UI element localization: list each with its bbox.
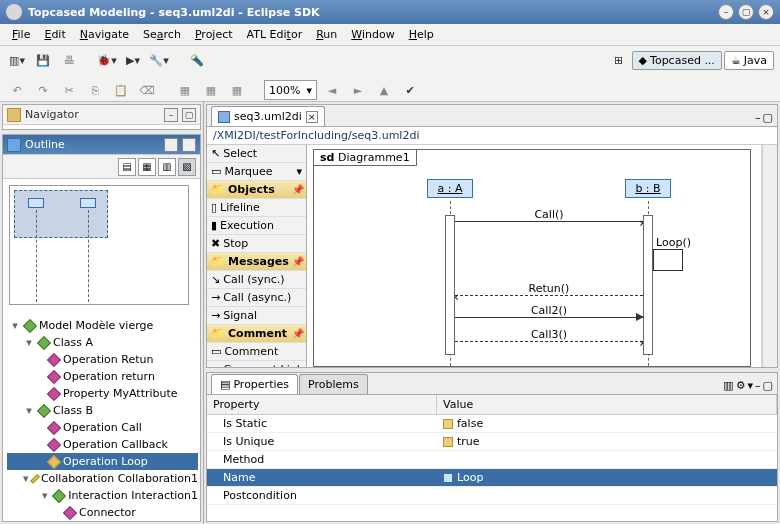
copy-button[interactable]: ⎘: [84, 79, 106, 101]
activation-a[interactable]: [445, 215, 455, 355]
tree-op-return[interactable]: Operation return: [7, 368, 198, 385]
outline-header[interactable]: Outline – ▢: [3, 135, 200, 155]
menu-navigate[interactable]: Navigate: [74, 26, 135, 43]
tree-prop-myattr[interactable]: Property MyAttribute: [7, 385, 198, 402]
perspective-java[interactable]: ☕ Java: [724, 51, 774, 70]
open-perspective-button[interactable]: ⊞: [608, 49, 630, 71]
breadcrumb[interactable]: /XMI2DI/testForIncluding/seq3.uml2di: [207, 127, 777, 145]
tree-op-callback[interactable]: Operation Callback: [7, 436, 198, 453]
outline-overview[interactable]: [3, 179, 200, 315]
debug-button[interactable]: 🐞▾: [96, 49, 118, 71]
palette-signal[interactable]: → Signal: [207, 307, 306, 325]
outline-mode-3[interactable]: ▥: [158, 158, 176, 176]
menu-search[interactable]: Search: [137, 26, 187, 43]
outline-mode-2[interactable]: ▦: [138, 158, 156, 176]
menu-window[interactable]: Window: [345, 26, 400, 43]
validate-button[interactable]: ✔: [399, 79, 421, 101]
align-right-button[interactable]: ▦: [226, 79, 248, 101]
ext-tools-button[interactable]: 🔧▾: [148, 49, 170, 71]
palette-callsync[interactable]: ↘ Call (sync.): [207, 271, 306, 289]
palette-lifeline[interactable]: ▯ Lifeline: [207, 199, 306, 217]
palette-objects-hdr[interactable]: 📁 Objects📌: [207, 181, 306, 199]
navigator-min-button[interactable]: –: [164, 108, 178, 122]
editor-vscrollbar[interactable]: [762, 145, 777, 367]
outline-max-button[interactable]: ▢: [182, 138, 196, 152]
outline-tree[interactable]: ▾Model Modèle vierge ▾Class A Operation …: [3, 315, 200, 521]
menu-help[interactable]: Help: [403, 26, 440, 43]
align-left-button[interactable]: ▦: [174, 79, 196, 101]
tab-problems[interactable]: Problems: [299, 374, 368, 394]
cut-button[interactable]: ✂: [58, 79, 80, 101]
tree-class-b[interactable]: ▾Class B: [7, 402, 198, 419]
msg-call2[interactable]: Call2(): [455, 317, 643, 318]
tree-op-call[interactable]: Operation Call: [7, 419, 198, 436]
menu-edit[interactable]: Edit: [38, 26, 71, 43]
msg-retun[interactable]: Retun()‹: [455, 295, 643, 296]
header-value[interactable]: Value: [437, 395, 777, 414]
delete-button[interactable]: ⌫: [136, 79, 158, 101]
palette-commentlink[interactable]: ↝ Comment Link: [207, 361, 306, 367]
minimize-button[interactable]: –: [718, 4, 734, 20]
palette-marquee[interactable]: ▭ Marquee▾: [207, 163, 306, 181]
msg-call3[interactable]: Call3()›: [455, 341, 643, 342]
zoom-dropdown[interactable]: 100%▾: [264, 80, 317, 100]
print-button[interactable]: 🖶: [58, 49, 80, 71]
align-center-button[interactable]: ▦: [200, 79, 222, 101]
tree-connector[interactable]: Connector: [7, 504, 198, 521]
menu-run[interactable]: Run: [310, 26, 343, 43]
palette-stop[interactable]: ✖ Stop: [207, 235, 306, 253]
lifeline-a[interactable]: a : A: [427, 179, 473, 198]
editor-tab-close[interactable]: ×: [306, 111, 318, 123]
navigator-max-button[interactable]: ▢: [182, 108, 196, 122]
tree-model[interactable]: ▾Model Modèle vierge: [7, 317, 198, 334]
palette-select[interactable]: ↖ Select: [207, 145, 306, 163]
tree-collaboration[interactable]: ▾Collaboration Collaboration1: [7, 470, 198, 487]
prop-btn-1[interactable]: ▥: [723, 379, 733, 392]
prop-min-button[interactable]: –: [755, 379, 761, 392]
outline-min-button[interactable]: –: [164, 138, 178, 152]
prop-btn-2[interactable]: ⚙: [736, 379, 746, 392]
lifeline-b[interactable]: b : B: [625, 179, 671, 198]
prop-row-name[interactable]: NameLoop: [207, 469, 777, 487]
nav-up-button[interactable]: ▲: [373, 79, 395, 101]
prop-menu-button[interactable]: ▾: [748, 379, 754, 392]
tree-interaction[interactable]: ▾Interaction Interaction1: [7, 487, 198, 504]
palette-comment[interactable]: ▭ Comment: [207, 343, 306, 361]
prop-row-method[interactable]: Method: [207, 451, 777, 469]
prop-max-button[interactable]: ▢: [763, 379, 773, 392]
editor-min-button[interactable]: –: [755, 111, 761, 124]
prop-row-isstatic[interactable]: Is Staticfalse: [207, 415, 777, 433]
msg-call[interactable]: Call()›: [455, 221, 643, 222]
redo-button[interactable]: ↷: [32, 79, 54, 101]
new-button[interactable]: ▥▾: [6, 49, 28, 71]
editor-max-button[interactable]: ▢: [763, 111, 773, 124]
palette-execution[interactable]: ▮ Execution: [207, 217, 306, 235]
maximize-button[interactable]: ▢: [738, 4, 754, 20]
save-button[interactable]: 💾: [32, 49, 54, 71]
editor-tab-seq3[interactable]: seq3.uml2di ×: [211, 106, 325, 126]
paste-button[interactable]: 📋: [110, 79, 132, 101]
palette-callasync[interactable]: → Call (async.): [207, 289, 306, 307]
outline-mode-1[interactable]: ▤: [118, 158, 136, 176]
menu-file[interactable]: File: [6, 26, 36, 43]
activation-b[interactable]: [643, 215, 653, 355]
nav-fwd-button[interactable]: ►: [347, 79, 369, 101]
menu-atl[interactable]: ATL Editor: [241, 26, 309, 43]
navigator-header[interactable]: Navigator – ▢: [3, 105, 200, 125]
run-button[interactable]: ▶▾: [122, 49, 144, 71]
tree-class-a[interactable]: ▾Class A: [7, 334, 198, 351]
search-button[interactable]: 🔦: [186, 49, 208, 71]
perspective-topcased[interactable]: ◆ Topcased ...: [632, 51, 722, 70]
header-property[interactable]: Property: [207, 395, 437, 414]
nav-back-button[interactable]: ◄: [321, 79, 343, 101]
tab-properties[interactable]: ▤ Properties: [211, 374, 298, 394]
close-button[interactable]: ×: [758, 4, 774, 20]
undo-button[interactable]: ↶: [6, 79, 28, 101]
prop-row-isunique[interactable]: Is Uniquetrue: [207, 433, 777, 451]
palette-comment-hdr[interactable]: 📁 Comment📌: [207, 325, 306, 343]
tree-op-loop[interactable]: Operation Loop: [7, 453, 198, 470]
diagram-canvas[interactable]: sd sd Diagramme1Diagramme1 a : A b : B: [307, 145, 762, 367]
menu-project[interactable]: Project: [189, 26, 239, 43]
outline-mode-4[interactable]: ▧: [178, 158, 196, 176]
prop-row-postcond[interactable]: Postcondition: [207, 487, 777, 505]
